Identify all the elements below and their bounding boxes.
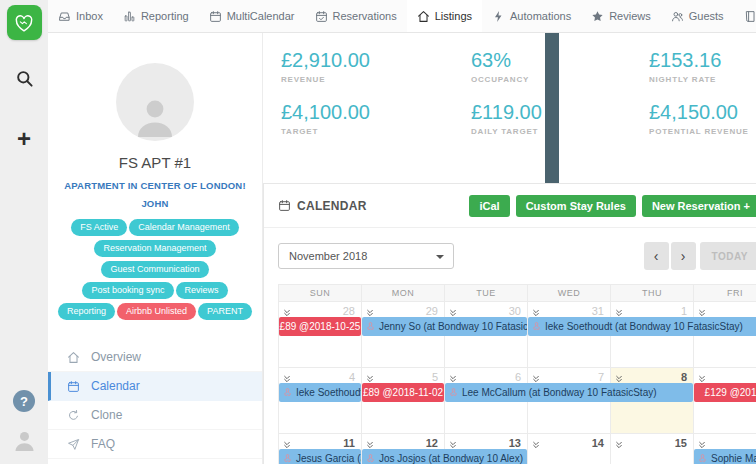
- property-subtitle: APARTMENT IN CENTER OF LONDON!: [48, 180, 262, 191]
- day-number: 12: [426, 437, 438, 449]
- vertical-scrollbar-thumb[interactable]: [545, 33, 559, 183]
- day-number: 4: [349, 371, 355, 383]
- add-button[interactable]: +: [17, 127, 31, 151]
- new-reservation-button[interactable]: New Reservation +: [642, 195, 756, 217]
- today-button[interactable]: TODAY: [700, 242, 756, 270]
- day-cell[interactable]: 15: [611, 434, 694, 464]
- sidebar-item-faq[interactable]: FAQ: [48, 430, 262, 459]
- tab-label: Guests: [689, 10, 724, 22]
- person-icon: [131, 93, 179, 141]
- tab-inbox[interactable]: Inbox: [48, 0, 113, 32]
- stat-occupancy: 63%OCCUPANCY: [471, 49, 649, 84]
- calendar-week-row: 45678Ieke Soethoudt£89 @2018-11-02Lee Mc…: [279, 368, 756, 434]
- stat-value: 63%: [471, 49, 649, 72]
- event-label: £89 @2018-10-25: [280, 321, 361, 332]
- tab-label: Reviews: [609, 10, 651, 22]
- calendar-event[interactable]: £89 @2018-10-25: [279, 317, 361, 336]
- day-cell[interactable]: 14: [528, 434, 611, 464]
- chevron-double-down-icon[interactable]: [615, 438, 623, 452]
- clone-icon: [67, 409, 80, 422]
- stat-nightly-rate: £153.16NIGHTLY RATE: [649, 49, 756, 84]
- event-label: Jesus Garcia (at: [296, 453, 361, 464]
- tab-label: Inbox: [76, 10, 103, 22]
- day-number: 31: [592, 305, 604, 317]
- airbnb-icon: [531, 321, 542, 332]
- inbox-icon: [58, 10, 71, 23]
- day-number: 30: [509, 305, 521, 317]
- stat-target: £4,100.00TARGET: [281, 101, 471, 136]
- property-owner: JOHN: [48, 198, 262, 209]
- heart-handshake-icon: [13, 12, 35, 34]
- weekday-sun: SUN: [279, 285, 362, 301]
- calendar-event[interactable]: Ieke Soethoudt: [279, 383, 361, 402]
- nav-tabs: InboxReportingMultiCalendarReservationsL…: [48, 0, 756, 32]
- weekday-fri: FRI: [694, 285, 756, 301]
- app-logo[interactable]: [7, 5, 42, 40]
- sidebar-item-calendar[interactable]: Calendar: [48, 372, 262, 401]
- tab-reviews[interactable]: Reviews: [581, 0, 661, 32]
- tab-automations[interactable]: Automations: [482, 0, 581, 32]
- airbnb-icon: [282, 387, 293, 398]
- calendar-event[interactable]: Jesus Garcia (at: [279, 449, 361, 464]
- tag-calendar-management: Calendar Management: [129, 219, 239, 236]
- tag-post-booking-sync: Post booking sync: [82, 282, 173, 299]
- menu-label: FAQ: [91, 437, 115, 451]
- prev-month-button[interactable]: ‹: [644, 242, 669, 270]
- day-number: 15: [675, 437, 687, 449]
- calendar-event[interactable]: £89 @2018-11-02: [362, 383, 444, 402]
- tab-label: Automations: [510, 10, 571, 22]
- ical-button[interactable]: iCal: [469, 195, 509, 217]
- property-panel: FS APT #1 APARTMENT IN CENTER OF LONDON!…: [48, 33, 262, 464]
- user-avatar-button[interactable]: [11, 428, 38, 458]
- main-area: £2,910.00REVENUE63%OCCUPANCY£153.16NIGHT…: [262, 33, 756, 464]
- calendar-event[interactable]: Ieke Soethoudt (at Bondway 10 FatasicSta…: [528, 317, 756, 336]
- calendar-event[interactable]: Jenny So (at Bondway 10 FatasicSta: [362, 317, 527, 336]
- stat-label: OCCUPANCY: [471, 75, 649, 84]
- tab-contacts[interactable]: Contacts: [734, 0, 756, 32]
- day-number: 13: [509, 437, 521, 449]
- tab-reporting[interactable]: Reporting: [113, 0, 199, 32]
- tab-label: Reservations: [333, 10, 397, 22]
- sidebar-item-overview[interactable]: Overview: [48, 343, 262, 372]
- stat-label: TARGET: [281, 127, 471, 136]
- calendar-event[interactable]: Sophie Ma: [694, 449, 756, 464]
- stat-label: POTENTIAL REVENUE: [649, 127, 756, 136]
- reporting-icon: [123, 10, 136, 23]
- calendar-title: CALENDAR: [278, 199, 367, 213]
- user-icon: [11, 428, 38, 455]
- help-button[interactable]: ?: [13, 390, 35, 412]
- chevron-double-down-icon[interactable]: [532, 438, 540, 452]
- reservations-icon: [315, 10, 328, 23]
- sidebar-item-automation[interactable]: Automation: [48, 459, 262, 464]
- custom-stay-rules-button[interactable]: Custom Stay Rules: [516, 195, 636, 217]
- calendar-event[interactable]: £129 @2018-: [694, 383, 756, 402]
- event-label: Jos Josjos (at Bondway 10 Alex): [379, 453, 523, 464]
- day-number: 14: [592, 437, 604, 449]
- day-number: 8: [681, 371, 687, 383]
- day-number: 29: [426, 305, 438, 317]
- stat-value: £4,100.00: [281, 101, 471, 124]
- calendar-event[interactable]: Lee McCallum (at Bondway 10 FatasicStay): [445, 383, 693, 402]
- tab-multicalendar[interactable]: MultiCalendar: [199, 0, 305, 32]
- search-button[interactable]: [15, 69, 34, 91]
- listings-icon: [417, 10, 430, 23]
- stat-label: DAILY TARGET: [471, 127, 649, 136]
- reviews-icon: [591, 10, 604, 23]
- tab-listings[interactable]: Listings: [407, 0, 482, 32]
- day-number: 7: [598, 371, 604, 383]
- tag-reviews: Reviews: [176, 282, 228, 299]
- faq-icon: [67, 438, 80, 451]
- event-label: Ieke Soethoudt: [296, 387, 361, 398]
- next-month-button[interactable]: ›: [671, 242, 696, 270]
- icon-sidebar: + ?: [0, 0, 48, 464]
- tab-reservations[interactable]: Reservations: [305, 0, 407, 32]
- calendar-event[interactable]: Jos Josjos (at Bondway 10 Alex): [362, 449, 527, 464]
- contacts-icon: [744, 10, 756, 23]
- month-select[interactable]: November 2018: [278, 243, 454, 269]
- sidebar-item-clone[interactable]: Clone: [48, 401, 262, 430]
- content-row: FS APT #1 APARTMENT IN CENTER OF LONDON!…: [48, 33, 756, 464]
- automations-icon: [492, 10, 505, 23]
- tab-guests[interactable]: Guests: [661, 0, 734, 32]
- event-label: £89 @2018-11-02: [363, 387, 443, 398]
- menu-label: Overview: [91, 350, 141, 364]
